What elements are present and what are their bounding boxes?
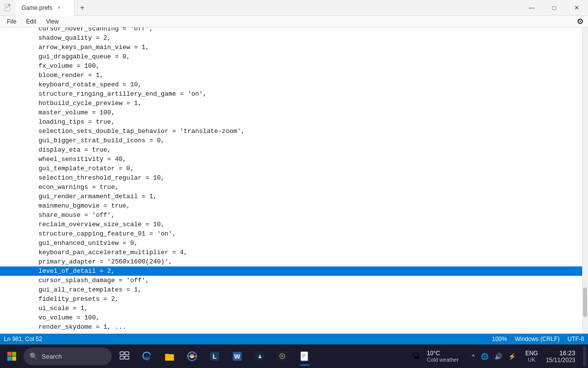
code-editor[interactable]: keyboard_rotate_accelerate_multiplier = … — [0, 27, 588, 334]
code-line: cursor_hover_scanning = 'off', — [0, 27, 588, 33]
system-tray: 🌤 10°C Cold weather ^ 🌐 🔊 ⚡ ENG UK 16:23… — [410, 346, 586, 366]
code-line: loading_tips = true, — [0, 117, 588, 127]
tray-sound-icon[interactable]: 🔊 — [493, 353, 504, 360]
code-line: display_eta = true, — [0, 145, 588, 155]
svg-text:♟: ♟ — [258, 354, 262, 359]
svg-rect-10 — [125, 352, 129, 355]
svg-rect-11 — [120, 356, 124, 359]
code-line: structure_capping_feature_01 = 'on', — [0, 229, 588, 238]
steam-icon[interactable]: ♟ — [249, 345, 270, 367]
menu-view[interactable]: View — [41, 16, 64, 27]
svg-rect-1 — [6, 6, 9, 6]
close-button[interactable]: ✕ — [565, 0, 588, 16]
title-bar-left: Game.prefs × + — [0, 0, 520, 16]
media-icon[interactable] — [271, 345, 293, 367]
language-code: ENG — [525, 350, 538, 357]
code-line: primary_adapter = '2560x1600(240)', — [0, 257, 588, 266]
code-line: ui_scale = 1, — [0, 304, 588, 313]
vertical-scrollbar[interactable] — [582, 27, 588, 334]
svg-rect-2 — [6, 7, 9, 7]
code-line: arrow_keys_pan_main_view = 1, — [0, 43, 588, 52]
tab-close-button[interactable]: × — [55, 4, 63, 12]
menu-bar-right: ⚙ — [574, 16, 586, 27]
code-line: keyboard_pan_accelerate_multiplier = 4, — [0, 248, 588, 257]
menu-edit[interactable]: Edit — [21, 16, 41, 27]
svg-rect-29 — [301, 352, 308, 361]
svg-rect-32 — [302, 357, 304, 358]
language-switcher[interactable]: ENG UK — [523, 350, 540, 363]
tab-title: Game.prefs — [22, 4, 52, 11]
code-line: mainmenu_bgmovie = true, — [0, 201, 588, 210]
temperature: 10°C — [427, 350, 440, 357]
code-line: gui_enhanced_unitview = 0, — [0, 238, 588, 248]
weather-widget[interactable]: 🌤 10°C Cold weather — [410, 350, 465, 363]
code-line: bloom_render = 1, — [0, 71, 588, 80]
settings-icon[interactable]: ⚙ — [574, 16, 586, 27]
svg-rect-14 — [165, 354, 174, 361]
show-desktop-button[interactable] — [583, 346, 586, 366]
start-button[interactable] — [2, 346, 22, 366]
svg-point-28 — [281, 355, 283, 357]
tray-chevron[interactable]: ^ — [470, 353, 476, 360]
code-line: fidelity_presets = 2, — [0, 294, 588, 304]
svg-rect-8 — [12, 357, 17, 361]
edge-browser-icon[interactable] — [136, 345, 158, 367]
weather-info: 10°C Cold weather — [423, 350, 463, 363]
app-icon — [0, 0, 16, 16]
menu-file[interactable]: File — [2, 16, 21, 27]
weather-description: Cold weather — [427, 357, 459, 363]
search-label: Search — [42, 353, 62, 360]
editor-area[interactable]: keyboard_rotate_accelerate_multiplier = … — [0, 27, 588, 334]
system-clock[interactable]: 16:23 15/11/2023 — [542, 349, 579, 364]
code-line: wheel_sensitivity = 40, — [0, 155, 588, 164]
minimize-button[interactable]: — — [520, 0, 543, 16]
cursor-position: Ln 981, Col 52 — [4, 336, 42, 342]
code-line: level_of_detail = 2, — [0, 266, 588, 276]
tray-battery-icon[interactable]: ⚡ — [507, 353, 517, 360]
notepad-taskbar-icon[interactable] — [294, 345, 316, 367]
encoding: UTF-8 — [567, 336, 584, 342]
code-line: gui_bigger_strat_build_icons = 0, — [0, 136, 588, 145]
code-line: shadow_quality = 2, — [0, 33, 588, 43]
task-view-button[interactable] — [114, 345, 135, 367]
title-bar: Game.prefs × + — □ ✕ — [0, 0, 588, 16]
code-line: keyboard_rotate_speed = 10, — [0, 80, 588, 89]
svg-rect-7 — [7, 357, 12, 361]
svg-text:L: L — [213, 353, 217, 360]
taskbar-icons: L W ♟ — [114, 345, 316, 367]
svg-rect-12 — [125, 356, 129, 359]
taskbar: 🔍 Search — [0, 344, 588, 368]
clock-date: 15/11/2023 — [546, 357, 575, 364]
search-icon: 🔍 — [29, 352, 38, 360]
word-icon[interactable]: W — [226, 345, 248, 367]
code-line: render_skydome = 1, ... — [0, 322, 588, 332]
svg-rect-31 — [302, 355, 306, 356]
code-line: econ_warnings = true, — [0, 183, 588, 192]
code-line: master_volume = 100, — [0, 108, 588, 117]
svg-rect-3 — [6, 8, 8, 8]
code-line: selection_sets_double_tap_behavior = 'tr… — [0, 127, 588, 136]
file-explorer-icon[interactable] — [159, 345, 180, 367]
svg-rect-4 — [8, 4, 10, 6]
svg-rect-30 — [302, 354, 306, 355]
browser-icon[interactable] — [181, 345, 203, 367]
scrollbar-thumb[interactable] — [583, 288, 587, 317]
code-line: share_mouse = 'off', — [0, 210, 588, 220]
code-line: hotbuild_cycle_preview = 1, — [0, 99, 588, 108]
code-line: gui_draggable_queue = 0, — [0, 52, 588, 61]
code-line: cursor_splash_damage = 'off', — [0, 276, 588, 285]
maximize-button[interactable]: □ — [543, 0, 565, 16]
game-launcher-icon[interactable]: L — [204, 345, 225, 367]
svg-point-13 — [145, 356, 149, 359]
code-line: vo_volume = 100, — [0, 313, 588, 322]
editor-tab[interactable]: Game.prefs × — [16, 0, 74, 16]
new-tab-button[interactable]: + — [74, 0, 90, 16]
tray-network-icon[interactable]: 🌐 — [479, 353, 490, 360]
code-line: reclaim_overview_size_scale = 10, — [0, 220, 588, 229]
zoom-level: 100% — [492, 336, 507, 342]
code-line: selection_threshold_regular = 10, — [0, 173, 588, 183]
search-bar[interactable]: 🔍 Search — [24, 347, 112, 365]
line-ending: Windows (CRLF) — [515, 336, 560, 342]
svg-text:W: W — [234, 353, 241, 360]
status-bar: Ln 981, Col 52 100% Windows (CRLF) UTF-8 — [0, 334, 588, 344]
